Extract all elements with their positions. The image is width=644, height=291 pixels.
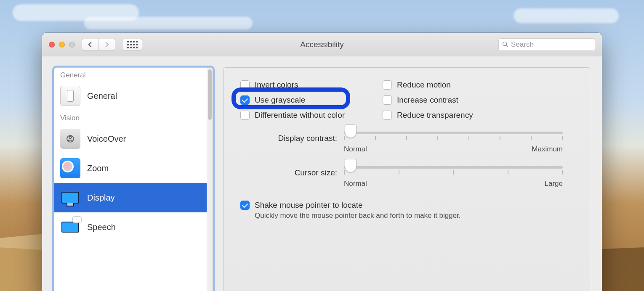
zoom-window-button — [69, 42, 75, 48]
settings-panel: Invert colors Use grayscale Differentiat… — [223, 67, 590, 291]
back-button[interactable] — [82, 39, 98, 50]
checkbox-use-grayscale[interactable]: Use grayscale — [240, 95, 345, 105]
slider-knob[interactable] — [345, 159, 357, 172]
checkbox-icon — [383, 111, 392, 120]
search-field[interactable]: Search — [498, 38, 595, 51]
show-all-button[interactable] — [122, 39, 142, 50]
checkbox-icon — [240, 80, 250, 90]
slider-label: Display contrast: — [240, 132, 337, 143]
search-placeholder: Search — [511, 40, 534, 49]
sidebar-item-speech[interactable]: Speech — [54, 212, 207, 242]
nav-buttons — [82, 39, 115, 50]
checkbox-label: Invert colors — [255, 80, 298, 90]
slider-cursor-size: Cursor size: Normal Large — [240, 166, 575, 188]
sidebar-item-general[interactable]: General — [54, 81, 207, 111]
checkbox-icon — [383, 80, 392, 90]
slider-display-contrast: Display contrast: Normal Maximum — [240, 132, 575, 153]
preferences-window: Accessibility Search General General Vis… — [42, 33, 602, 291]
slider-min-label: Normal — [344, 180, 367, 188]
checkbox-reduce-transparency[interactable]: Reduce transparency — [383, 111, 473, 120]
slider-knob[interactable] — [345, 124, 357, 138]
forward-button[interactable] — [98, 39, 115, 50]
window-controls — [49, 42, 75, 48]
checkbox-shake-pointer[interactable]: Shake mouse pointer to locate Quickly mo… — [240, 201, 575, 220]
minimize-window-button[interactable] — [59, 42, 65, 48]
chevron-left-icon — [88, 42, 93, 48]
options-right: Reduce motion Increase contrast Reduce t… — [383, 80, 473, 120]
checkbox-invert-colors[interactable]: Invert colors — [240, 80, 345, 90]
sidebar-item-display[interactable]: Display — [54, 183, 207, 212]
close-window-button[interactable] — [49, 42, 55, 48]
grid-icon — [127, 41, 138, 48]
speech-icon — [60, 217, 80, 237]
sidebar-item-voiceover[interactable]: VoiceOver — [54, 124, 207, 153]
checkbox-label: Reduce transparency — [397, 111, 473, 120]
checkbox-increase-contrast[interactable]: Increase contrast — [383, 95, 473, 105]
slider-max-label: Large — [545, 180, 563, 188]
checkbox-label: Increase contrast — [397, 95, 458, 105]
checkbox-icon — [240, 201, 250, 210]
slider-max-label: Maximum — [532, 145, 563, 153]
shake-pointer-section: Shake mouse pointer to locate Quickly mo… — [240, 201, 575, 220]
chevron-right-icon — [104, 42, 109, 48]
checkbox-icon — [240, 95, 250, 105]
sidebar-item-label: Zoom — [87, 164, 109, 173]
sidebar-item-label: Speech — [87, 222, 116, 232]
sidebar-item-label: VoiceOver — [87, 134, 126, 144]
svg-point-1 — [69, 136, 71, 138]
checkbox-differentiate-without-color[interactable]: Differentiate without color — [240, 111, 345, 120]
sidebar-item-label: General — [87, 91, 117, 101]
sidebar-scrollbar[interactable] — [207, 68, 213, 291]
checkbox-icon — [383, 95, 392, 105]
shake-description: Quickly move the mouse pointer back and … — [255, 212, 460, 220]
checkbox-label: Differentiate without color — [255, 111, 345, 120]
slider-min-label: Normal — [344, 145, 367, 153]
checkbox-label: Use grayscale — [255, 95, 305, 105]
sidebar-item-label: Display — [87, 193, 115, 203]
general-icon — [60, 86, 80, 106]
checkbox-reduce-motion[interactable]: Reduce motion — [383, 80, 473, 90]
checkbox-icon — [240, 111, 250, 120]
checkbox-label: Shake mouse pointer to locate — [255, 201, 460, 210]
search-icon — [502, 41, 508, 48]
slider-track-contrast[interactable]: Normal Maximum — [344, 132, 563, 153]
titlebar: Accessibility Search — [42, 33, 602, 56]
checkbox-label: Reduce motion — [397, 80, 451, 90]
display-icon — [60, 188, 80, 208]
zoom-icon — [60, 158, 80, 178]
slider-label: Cursor size: — [240, 166, 337, 177]
sidebar-item-zoom[interactable]: Zoom — [54, 153, 207, 183]
sidebar: General General Vision VoiceOver Zoom — [54, 67, 213, 291]
slider-track-cursor[interactable]: Normal Large — [344, 166, 563, 188]
sidebar-section-general: General — [54, 68, 207, 81]
voiceover-icon — [60, 129, 80, 149]
scrollbar-thumb[interactable] — [208, 69, 212, 120]
options-left: Invert colors Use grayscale Differentiat… — [240, 80, 345, 120]
sidebar-section-vision: Vision — [54, 111, 207, 124]
